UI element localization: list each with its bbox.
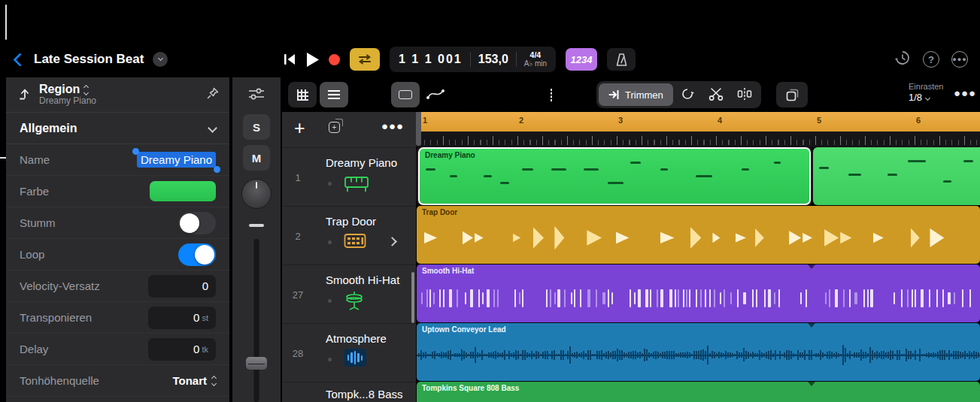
ruler-bar-number: 3 — [618, 116, 623, 125]
section-allgemein[interactable]: Allgemein — [6, 113, 229, 144]
tracks-view-button[interactable] — [320, 82, 348, 107]
pitch-source-select[interactable]: Tonart — [172, 374, 216, 387]
loop-boundary-marker — [808, 264, 815, 269]
track-header-tompkins-bass[interactable]: Tompk...8 Bass — [282, 382, 416, 402]
selection-handle-end[interactable] — [214, 166, 220, 173]
snap-control[interactable]: Einrasten 1/8 — [909, 81, 943, 104]
loop-tool-button[interactable] — [681, 88, 694, 102]
timeline[interactable]: 1 2 3 4 5 6 Dreamy Piano — [416, 112, 980, 402]
transpose-field[interactable]: 0 st — [148, 307, 216, 329]
delay-field[interactable]: 0 tk — [148, 338, 216, 361]
volume-fader-track[interactable] — [254, 239, 259, 402]
track-status-dot — [328, 182, 332, 186]
velocity-value: 0 — [202, 280, 208, 292]
region-tompkins-bass[interactable]: Tompkins Square 808 Bass — [417, 382, 980, 402]
rows-icon — [328, 90, 340, 99]
add-track-button[interactable]: + — [294, 116, 305, 139]
solo-button[interactable]: S — [243, 114, 270, 140]
color-swatch[interactable] — [150, 181, 216, 201]
drum-machine-icon — [344, 231, 366, 253]
copy-paste-button[interactable] — [776, 82, 808, 107]
trim-tool-button[interactable]: Trimmen — [599, 83, 673, 106]
browser-view-button[interactable] — [288, 82, 317, 107]
selection-handle-start[interactable] — [132, 148, 139, 155]
marquee-icon — [551, 89, 552, 101]
play-icon — [307, 53, 319, 67]
more-options-button[interactable]: ●●● — [951, 51, 968, 68]
mute-label: Stumm — [20, 216, 56, 229]
loop-toggle[interactable] — [178, 243, 216, 266]
help-button[interactable]: ? — [923, 51, 939, 68]
cycle-button[interactable] — [350, 48, 380, 71]
audio-waveform — [417, 206, 980, 264]
playhead-position-display[interactable]: 1 1 1 001 — [399, 53, 463, 66]
history-icon — [894, 50, 911, 66]
track-header-atmosphere[interactable]: 28 Atmosphere — [282, 323, 416, 382]
inspector-title[interactable]: Region — [39, 83, 80, 96]
region-smooth-hihat[interactable]: Smooth Hi-Hat — [417, 264, 980, 322]
track-header-dreamy-piano[interactable]: 1 Dreamy Piano — [282, 147, 416, 206]
track-status-dot — [328, 299, 332, 303]
duplicate-track-button[interactable]: + — [329, 122, 340, 133]
region-dreamy-piano-2[interactable] — [813, 147, 980, 205]
playhead-handle[interactable] — [416, 112, 421, 146]
divide-at-playhead-button[interactable] — [737, 87, 752, 103]
track-options-button[interactable]: ●●● — [381, 119, 404, 132]
toolbar-more-button[interactable]: ●●● — [954, 86, 976, 99]
region-dreamy-piano[interactable]: Dreamy Piano — [418, 147, 811, 205]
mute-button[interactable]: M — [243, 145, 270, 171]
region-trap-door[interactable]: Trap Door — [417, 206, 980, 264]
snap-label: Einrasten — [909, 81, 943, 92]
name-field[interactable]: Dreamy Piano — [137, 152, 216, 168]
tempo-display[interactable]: 153,0 — [478, 53, 508, 66]
split-tool-button[interactable] — [708, 87, 724, 103]
vertical-scrollbar[interactable] — [411, 272, 414, 323]
count-in-button[interactable]: 1234 — [566, 48, 597, 71]
region-select-tool-button[interactable] — [391, 82, 420, 107]
back-icon[interactable] — [13, 53, 26, 66]
bar-ruler[interactable]: 1 2 3 4 5 6 — [416, 112, 980, 131]
track-header-controls: + + ●●● — [282, 112, 416, 147]
automation-button[interactable] — [426, 87, 444, 103]
lane-trap-door: Trap Door — [416, 206, 980, 264]
color-label: Farbe — [20, 185, 49, 198]
lane-tompkins-bass: Tompkins Square 808 Bass — [416, 382, 980, 402]
pan-knob[interactable] — [241, 179, 272, 209]
region-uptown-lead[interactable]: Uptown Conveyor Lead — [417, 323, 980, 381]
volume-fader-handle[interactable] — [246, 357, 267, 370]
project-menu-button[interactable] — [153, 52, 168, 67]
hihat-ticks — [417, 264, 980, 322]
go-to-beginning-button[interactable] — [284, 54, 297, 65]
region-name: Smooth Hi-Hat — [422, 267, 474, 275]
inspector-back-icon[interactable] — [18, 87, 32, 103]
mute-toggle[interactable] — [178, 212, 216, 234]
track-header-trap-door[interactable]: 2 Trap Door — [282, 206, 416, 264]
midi-notes — [813, 147, 980, 205]
pin-icon[interactable] — [207, 87, 219, 102]
marquee-tool-button[interactable] — [551, 89, 552, 101]
lcd-display[interactable]: 1 1 1 001 153,0 4/4 A♭ min — [390, 47, 556, 72]
track-header-smooth-hihat[interactable]: 27 Smooth Hi-Hat — [282, 264, 416, 323]
track-name: Tompk...8 Bass — [326, 388, 403, 400]
inspector-selector-icon — [84, 86, 88, 95]
name-label: Name — [20, 153, 50, 166]
channel-settings-icon[interactable] — [248, 88, 265, 103]
play-button[interactable] — [307, 53, 319, 67]
inspector-subtitle: Dreamy Piano — [39, 96, 199, 107]
ruler-bar-number: 1 — [423, 116, 427, 125]
callout-line-vertical — [5, 5, 7, 40]
grid-icon — [297, 89, 308, 101]
track-stack-chevron-icon[interactable] — [387, 237, 397, 246]
signature-display[interactable]: 4/4 A♭ min — [524, 50, 547, 68]
transpose-unit: st — [202, 313, 208, 322]
rewind-icon — [284, 54, 297, 65]
pitch-source-label: Tonhöhenquelle — [20, 374, 99, 387]
chevron-down-icon — [208, 123, 217, 133]
metronome-button[interactable] — [607, 48, 636, 71]
track-name: Dreamy Piano — [326, 156, 397, 169]
trim-label: Trimmen — [625, 89, 663, 101]
playback-history-button[interactable] — [894, 50, 911, 69]
project-title[interactable]: Late Session Beat — [34, 52, 144, 67]
velocity-field[interactable]: 0 — [148, 275, 216, 298]
record-button[interactable] — [329, 54, 340, 65]
